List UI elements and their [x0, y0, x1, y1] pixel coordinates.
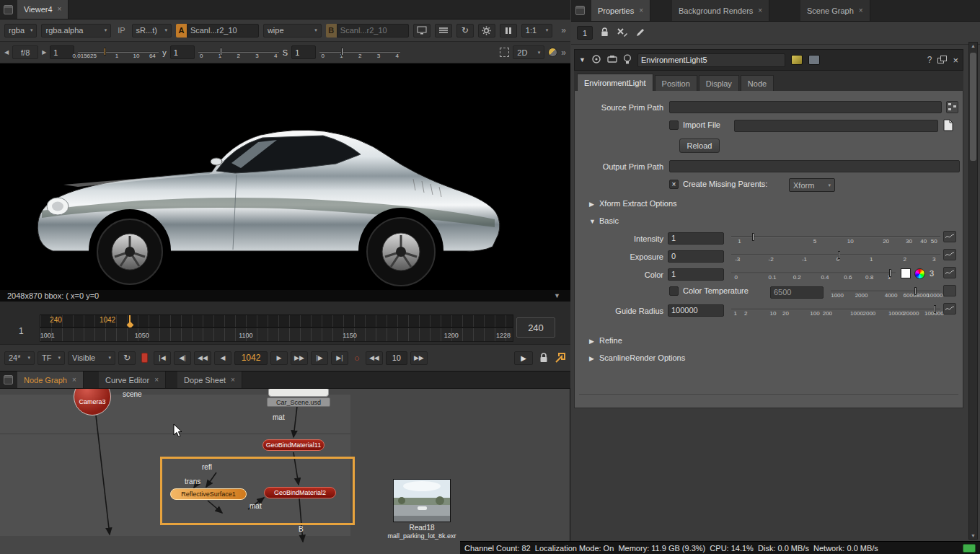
- scroll-up-icon[interactable]: ▲: [969, 43, 977, 48]
- snapshot-icon[interactable]: [607, 55, 617, 65]
- node-read18[interactable]: [393, 479, 451, 522]
- tab-background-renders[interactable]: Background Renders ×: [672, 0, 769, 21]
- guide-radius-slider[interactable]: 1 2 10 20 100 200 1000 2000 10000 20000 …: [731, 303, 940, 317]
- tab-viewer4[interactable]: Viewer4 ×: [17, 0, 69, 19]
- play-forward-button[interactable]: ▶: [270, 351, 288, 365]
- max-panels-field[interactable]: 1: [577, 26, 593, 40]
- tab-position[interactable]: Position: [655, 75, 697, 91]
- fstop-prev-icon[interactable]: ◀: [4, 49, 9, 56]
- play-forward-fast-button[interactable]: ▶▶: [291, 351, 308, 365]
- slider-handle[interactable]: [934, 305, 936, 313]
- next-keyframe-button[interactable]: |▶: [311, 351, 328, 365]
- play-backward-button[interactable]: ◀: [214, 351, 231, 365]
- import-file-field[interactable]: [734, 120, 938, 132]
- source-prim-path-field[interactable]: [669, 101, 942, 113]
- close-icon[interactable]: ×: [758, 7, 762, 14]
- pencil-icon[interactable]: [635, 27, 645, 39]
- close-node-panel-icon[interactable]: ×: [953, 55, 958, 66]
- step-back-button[interactable]: ◀◀: [366, 351, 383, 365]
- render-pointer-icon[interactable]: [555, 352, 566, 364]
- node-geoimport[interactable]: [268, 389, 329, 397]
- reload-button[interactable]: Reload: [679, 138, 720, 153]
- fstop-next-icon[interactable]: ▶: [42, 49, 46, 56]
- gamut-icon[interactable]: [548, 48, 557, 57]
- float-panel-icon[interactable]: [937, 56, 947, 64]
- nodegraph-canvas[interactable]: Camera3 scene Car_Scene.usd mat GeoBindM…: [0, 389, 570, 554]
- close-icon[interactable]: ×: [72, 377, 76, 384]
- clear-panels-icon[interactable]: [617, 27, 628, 39]
- scanlinerender-options-group[interactable]: ▶ScanlineRender Options: [589, 353, 685, 362]
- scroll-down-icon[interactable]: ▼: [969, 533, 977, 538]
- output-prim-path-field[interactable]: [669, 160, 960, 172]
- gain-input[interactable]: 1: [50, 45, 74, 59]
- slider-handle[interactable]: [752, 233, 754, 241]
- tab-properties[interactable]: Properties ×: [591, 0, 650, 21]
- xform-dropdown[interactable]: Xform▾: [789, 178, 835, 192]
- collapse-node-icon[interactable]: ▼: [579, 56, 586, 63]
- tab-environmentlight[interactable]: EnvironmentLight: [577, 74, 653, 91]
- close-icon[interactable]: ×: [859, 7, 863, 14]
- node-geobindmaterial11[interactable]: GeoBindMaterial11: [262, 439, 325, 451]
- properties-scrollbar[interactable]: ▲ ▼: [968, 42, 978, 540]
- slider-handle[interactable]: [341, 48, 343, 56]
- viewer-process-dropdown[interactable]: sR...t)▾: [132, 24, 172, 38]
- color-temperature-field[interactable]: 6500: [770, 286, 824, 299]
- exposure-field[interactable]: 0: [668, 250, 724, 263]
- close-icon[interactable]: ×: [231, 377, 235, 384]
- toolbar-overflow-icon[interactable]: »: [561, 48, 566, 58]
- layer-dropdown[interactable]: rgba▾: [4, 24, 37, 38]
- gain-slider[interactable]: 0.015625 1 10 64: [78, 45, 159, 60]
- pause-icon[interactable]: [500, 24, 517, 38]
- scrollbar-thumb[interactable]: [970, 53, 976, 161]
- range-lock-icon[interactable]: [141, 353, 148, 363]
- xform-extract-group[interactable]: ▶Xform Extract Options: [589, 199, 677, 208]
- alpha-dropdown[interactable]: rgba.alpha▾: [41, 24, 111, 38]
- color-temperature-checkbox[interactable]: [669, 286, 679, 296]
- close-icon[interactable]: ×: [639, 7, 643, 14]
- color-curve-icon[interactable]: [943, 267, 956, 278]
- tab-curve-editor[interactable]: Curve Editor ×: [99, 371, 166, 388]
- input-b-badge[interactable]: B: [326, 24, 337, 38]
- intensity-curve-icon[interactable]: [943, 231, 956, 242]
- info-collapse-icon[interactable]: ▼: [554, 292, 560, 299]
- guide-radius-field[interactable]: 100000: [668, 304, 724, 317]
- playback-indicator-icon[interactable]: ○: [354, 353, 360, 364]
- input-a-node[interactable]: Scanl...r2_10: [187, 24, 259, 38]
- play-backward-fast-button[interactable]: ◀◀: [194, 351, 211, 365]
- color-wheel-icon[interactable]: [914, 268, 925, 279]
- goto-end-button[interactable]: ▶|: [331, 351, 348, 365]
- node-name-field[interactable]: EnvironmentLight5: [637, 53, 785, 67]
- help-icon[interactable]: ?: [927, 55, 932, 65]
- refresh-icon[interactable]: ↻: [456, 24, 474, 38]
- fps-dropdown[interactable]: 24*▾: [4, 351, 35, 365]
- saturation-slider[interactable]: 0 1 2 3 4: [319, 45, 400, 60]
- tab-display[interactable]: Display: [699, 75, 739, 91]
- tab-node-graph[interactable]: Node Graph ×: [17, 371, 84, 388]
- import-file-checkbox[interactable]: [669, 120, 679, 130]
- current-frame-field[interactable]: 1042: [234, 351, 268, 365]
- fstop-dropdown[interactable]: f/8: [12, 45, 38, 59]
- color-slider[interactable]: 0 0.1 0.2 0.4 0.6 0.8 1: [731, 267, 896, 281]
- timeline-out-box[interactable]: 240: [516, 317, 555, 338]
- light-bulb-icon[interactable]: [623, 54, 632, 66]
- exposure-curve-icon[interactable]: [943, 249, 956, 260]
- node-geobindmaterial2[interactable]: GeoBindMaterial2: [264, 487, 336, 498]
- prev-keyframe-button[interactable]: ◀|: [174, 351, 191, 365]
- monitor-out-icon[interactable]: [413, 24, 431, 38]
- exposure-slider[interactable]: -3 -2 -1 0 1 2 3: [731, 249, 940, 263]
- create-missing-parents-checkbox[interactable]: ×: [669, 180, 679, 189]
- roi-marquee-icon[interactable]: [500, 48, 509, 57]
- tab-scene-graph[interactable]: Scene Graph ×: [800, 0, 870, 21]
- wipe-dropdown[interactable]: wipe▾: [263, 24, 322, 38]
- slider-handle[interactable]: [104, 48, 106, 56]
- close-icon[interactable]: ×: [154, 377, 159, 384]
- gamma-slider[interactable]: 0 1 2 3 4: [198, 45, 279, 60]
- view-mode-dropdown[interactable]: 2D▾: [513, 45, 544, 59]
- views-dropdown[interactable]: Visible▾: [68, 351, 115, 365]
- frame-increment-field[interactable]: 10: [386, 351, 407, 365]
- tab-node[interactable]: Node: [741, 75, 774, 91]
- color-swatch[interactable]: [901, 268, 911, 278]
- color-temperature-curve-icon[interactable]: [943, 285, 956, 296]
- zoom-dropdown[interactable]: 1:1▾: [521, 24, 553, 38]
- toolbar-overflow-icon[interactable]: »: [561, 25, 566, 35]
